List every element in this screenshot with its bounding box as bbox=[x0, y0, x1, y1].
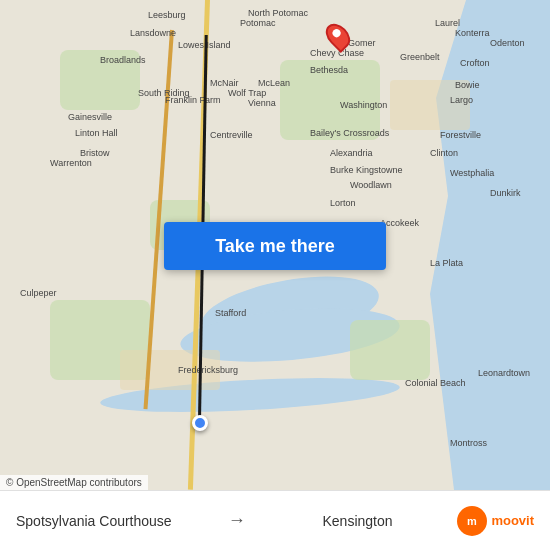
pin-dot bbox=[331, 28, 342, 39]
tan-region-1 bbox=[390, 80, 470, 130]
moovit-text: moovit bbox=[491, 513, 534, 528]
arrow-icon: → bbox=[228, 510, 246, 531]
map-attribution: © OpenStreetMap contributors bbox=[0, 475, 148, 490]
destination-label: Kensington bbox=[258, 513, 458, 529]
chesapeake-bay bbox=[430, 0, 550, 490]
moovit-logo-icon: m bbox=[457, 506, 487, 536]
green-region-dc bbox=[280, 60, 380, 140]
bottom-bar: Spotsylvania Courthouse → Kensington m m… bbox=[0, 490, 550, 550]
green-region-4 bbox=[350, 320, 430, 380]
origin-label: Spotsylvania Courthouse bbox=[16, 513, 216, 529]
take-me-there-button[interactable]: Take me there bbox=[164, 222, 386, 270]
map-container: LeesburgLansdowneBroadlandsLowes IslandP… bbox=[0, 0, 550, 490]
green-region-1 bbox=[60, 50, 140, 110]
tan-region-2 bbox=[120, 350, 220, 390]
destination-marker bbox=[328, 22, 348, 50]
svg-text:m: m bbox=[467, 515, 477, 527]
moovit-branding: m moovit bbox=[457, 506, 534, 536]
origin-marker bbox=[192, 415, 208, 431]
moovit-svg: m bbox=[463, 512, 481, 530]
